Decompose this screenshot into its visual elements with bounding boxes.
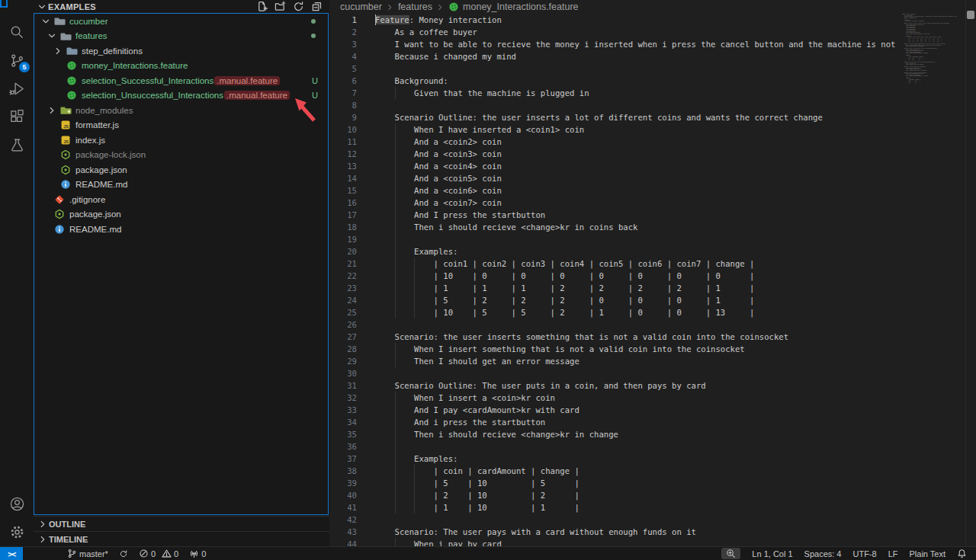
breadcrumb-file[interactable]: money_Interactions.feature bbox=[463, 2, 578, 12]
explorer-section-header[interactable]: EXAMPLES bbox=[34, 0, 329, 13]
refresh-icon[interactable] bbox=[293, 1, 304, 12]
tree-item-money-interactions-feature[interactable]: money_Interactions.feature bbox=[34, 59, 328, 74]
code-line[interactable]: 44 When i pay by card bbox=[329, 538, 976, 546]
remote-indicator[interactable]: >< bbox=[0, 547, 23, 560]
extensions-icon[interactable] bbox=[0, 103, 34, 131]
git-changes-dot bbox=[311, 34, 316, 38]
code-line[interactable]: 19 bbox=[329, 233, 976, 245]
problems-status[interactable]: 0 0 bbox=[139, 549, 178, 558]
code-line[interactable]: 22 | 10 | 0 | 0 | 0 | 0 | 0 | 0 | 0 | bbox=[329, 270, 976, 282]
code-line[interactable]: 40 | 2 | 10 | 2 | bbox=[329, 489, 976, 501]
timeline-section[interactable]: TIMELINE bbox=[34, 531, 329, 546]
tree-item-selection-unsuccessful-interactions[interactable]: selection_Unsuccessful_Interactions.manu… bbox=[34, 88, 328, 104]
settings-gear-icon[interactable] bbox=[0, 518, 34, 546]
new-folder-icon[interactable] bbox=[274, 1, 286, 12]
line-number: 27 bbox=[329, 331, 357, 343]
language-mode-status[interactable]: Plain Text bbox=[910, 549, 946, 558]
code-line[interactable]: 36 bbox=[329, 440, 976, 453]
code-line[interactable]: 20 Examples: bbox=[329, 245, 976, 258]
minimap[interactable]: Feature: Money interaction As a coffee b… bbox=[902, 14, 965, 546]
code-line[interactable]: 31 Scenario Outline: The user puts in a … bbox=[329, 379, 976, 392]
code-line[interactable]: 35 Then i should recieve <change>kr in c… bbox=[329, 428, 976, 440]
tree-item-selection-successful-interactions[interactable]: selection_Successful_Interactions.manual… bbox=[34, 73, 328, 88]
explorer-actions bbox=[256, 1, 329, 12]
sync-status[interactable] bbox=[119, 549, 128, 558]
code-line[interactable]: 38 | coin | cardAmount | change | bbox=[329, 465, 976, 477]
code-line[interactable]: 5 bbox=[329, 62, 976, 75]
code-line[interactable]: 7 Given that the machine is plugged in bbox=[329, 87, 976, 99]
search-icon[interactable] bbox=[0, 18, 34, 46]
cursor-position-status[interactable]: Ln 1, Col 1 bbox=[752, 549, 792, 558]
overview-ruler[interactable] bbox=[965, 0, 976, 546]
code-line[interactable]: 4 Because i changed my mind bbox=[329, 50, 976, 62]
encoding-status[interactable]: UTF-8 bbox=[852, 549, 876, 558]
new-file-icon[interactable] bbox=[256, 1, 268, 12]
code-line[interactable]: 27 Scenario: the user inserts something … bbox=[329, 331, 976, 343]
code-line[interactable]: 6 Background: bbox=[329, 75, 976, 87]
git-branch-status[interactable]: master* bbox=[67, 549, 108, 558]
code-area[interactable]: 1Feature: Money interaction2 As a coffee… bbox=[329, 14, 976, 546]
code-line[interactable]: 14 And a <coin5> coin bbox=[329, 172, 976, 184]
code-line[interactable]: 25 | 10 | 5 | 5 | 2 | 1 | 0 | 0 | 13 | bbox=[329, 306, 976, 318]
code-line[interactable]: 23 | 1 | 1 | 1 | 2 | 2 | 2 | 2 | 1 | bbox=[329, 282, 976, 294]
tree-item-features[interactable]: features bbox=[34, 29, 328, 44]
code-line[interactable]: 21 | coin1 | coin2 | coin3 | coin4 | coi… bbox=[329, 258, 976, 270]
tree-item--gitignore[interactable]: .gitignore bbox=[34, 192, 328, 207]
code-line[interactable]: 30 bbox=[329, 367, 976, 379]
node-icon bbox=[59, 149, 72, 161]
tree-item-index-js[interactable]: JSindex.js bbox=[34, 133, 328, 148]
code-line[interactable]: 39 | 5 | 10 | 5 | bbox=[329, 477, 976, 489]
code-line[interactable]: 18 Then i should recieve <change>kr in c… bbox=[329, 221, 976, 233]
code-line[interactable]: 41 | 1 | 10 | 1 | bbox=[329, 501, 976, 514]
code-line[interactable]: 8 bbox=[329, 99, 976, 111]
notifications-status[interactable] bbox=[957, 549, 967, 558]
code-line[interactable]: 13 And a <coin4> coin bbox=[329, 160, 976, 172]
code-line[interactable]: 10 When I have inserted a <coin1> coin bbox=[329, 123, 976, 136]
eol-status[interactable]: LF bbox=[888, 549, 898, 558]
source-control-icon[interactable]: 5 bbox=[0, 46, 34, 75]
breadcrumb-folder[interactable]: features bbox=[398, 2, 432, 12]
code-line[interactable]: 28 When I insert something that is not a… bbox=[329, 343, 976, 355]
tree-item-readme-md[interactable]: README.md bbox=[34, 178, 328, 193]
breadcrumb-folder[interactable]: cucumber bbox=[340, 2, 382, 12]
code-line[interactable]: 9 Scenario Outline: the user inserts a l… bbox=[329, 111, 976, 123]
code-line[interactable]: 34 And i press the startbutton bbox=[329, 416, 976, 428]
testing-icon[interactable] bbox=[0, 131, 34, 159]
tree-item-node-modules[interactable]: node_modules bbox=[34, 103, 328, 118]
tree-item-package-json[interactable]: package.json bbox=[34, 162, 328, 178]
cucumber-icon bbox=[66, 89, 78, 101]
code-line[interactable]: 1Feature: Money interaction bbox=[329, 14, 976, 26]
indentation-status[interactable]: Spaces: 4 bbox=[804, 549, 842, 558]
tree-item-package-json[interactable]: package.json bbox=[34, 207, 328, 222]
tree-item-package-lock-json[interactable]: package-lock.json bbox=[34, 148, 328, 163]
workspace-title: EXAMPLES bbox=[48, 2, 96, 11]
ports-status[interactable]: 0 bbox=[189, 549, 206, 558]
code-line[interactable]: 11 And a <coin2> coin bbox=[329, 136, 976, 148]
code-line[interactable]: 43 Scenario: The user pays with a card w… bbox=[329, 526, 976, 538]
tree-item-formatter-js[interactable]: JSformatter.js bbox=[34, 118, 328, 133]
code-line[interactable]: 17 And I press the startbutton bbox=[329, 209, 976, 221]
collapse-all-icon[interactable] bbox=[311, 1, 323, 12]
vscode-window: 5 EXAMPLES cucumberfeaturesstep_definiti… bbox=[0, 0, 976, 560]
tree-item-step-definitions[interactable]: step_definitions bbox=[34, 43, 328, 59]
code-line[interactable]: 16 And a <coin7> coin bbox=[329, 197, 976, 209]
code-line[interactable]: 15 And a <coin6> coin bbox=[329, 184, 976, 197]
code-line[interactable]: 24 | 5 | 2 | 2 | 2 | 0 | 0 | 0 | 1 | bbox=[329, 294, 976, 306]
code-line[interactable]: 12 And a <coin3> coin bbox=[329, 148, 976, 160]
code-line[interactable]: 32 When I insert a <coin>kr coin bbox=[329, 392, 976, 404]
code-line[interactable]: 2 As a coffee buyer bbox=[329, 26, 976, 38]
run-debug-icon[interactable] bbox=[0, 75, 34, 103]
code-line[interactable]: 3 I want to be able to recieve the money… bbox=[329, 38, 976, 50]
code-line[interactable]: 29 Then I should get an error message bbox=[329, 355, 976, 367]
code-line[interactable]: 26 bbox=[329, 318, 976, 331]
code-line[interactable]: 33 And I pay <cardAmount>kr with card bbox=[329, 404, 976, 416]
tree-item-cucumber[interactable]: cucumber bbox=[34, 14, 328, 29]
tree-item-label: package.json bbox=[69, 210, 121, 219]
tree-item-readme-md[interactable]: README.md bbox=[34, 222, 328, 237]
code-line[interactable]: 37 Examples: bbox=[329, 453, 976, 465]
outline-section[interactable]: OUTLINE bbox=[34, 516, 329, 531]
zoom-status[interactable] bbox=[721, 548, 740, 559]
file-tree[interactable]: cucumberfeaturesstep_definitionsmoney_In… bbox=[34, 13, 329, 515]
code-line[interactable]: 42 bbox=[329, 514, 976, 526]
account-icon[interactable] bbox=[0, 490, 34, 518]
